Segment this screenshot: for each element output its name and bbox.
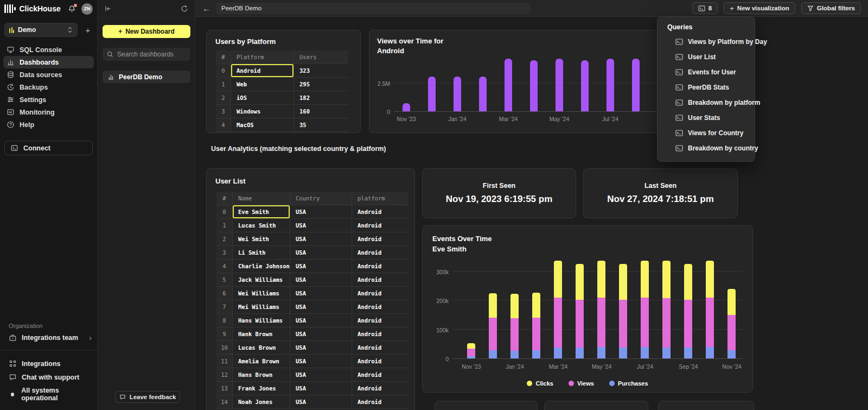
table-cell[interactable]: Android [352,205,408,218]
bar-Dec '23[interactable] [428,77,436,111]
table-cell[interactable]: 0 [216,205,233,218]
stacked-bar-Oct '24[interactable] [706,261,714,358]
new-dashboard-button[interactable]: + New Dashboard [103,25,190,38]
table-cell[interactable]: 6 [216,287,233,300]
sidebar-item-settings[interactable]: Settings [3,93,94,106]
table-cell[interactable]: 2 [216,232,233,245]
queries-menu-item[interactable]: PeerDB Stats [658,80,755,95]
add-service-button[interactable]: + [83,26,93,35]
table-cell[interactable]: Lucas Brown [233,341,290,354]
stacked-bar-Jul '24[interactable] [641,261,649,358]
table-cell[interactable]: Android [352,273,408,286]
bar-Mar '24[interactable] [505,59,512,111]
queries-menu-item[interactable]: Events for User [658,65,755,80]
sidebar-item-dashboards[interactable]: Dashboards [3,56,94,68]
table-cell[interactable]: 10 [216,341,233,354]
table-cell[interactable]: USA [290,232,352,245]
legend-item-clicks[interactable]: Clicks [527,380,553,387]
table-cell[interactable]: Android [352,382,408,395]
table-cell[interactable]: 160 [294,105,348,118]
connect-button[interactable]: Connect [4,141,93,155]
stacked-bar-Mar '24[interactable] [554,261,562,358]
queries-count-button[interactable]: 8 [692,2,718,14]
table-cell[interactable]: USA [290,246,352,259]
stacked-bar-Nov '24[interactable] [727,289,736,358]
sidebar-item-backups[interactable]: Backups [3,81,94,93]
table-cell[interactable]: Hank Brown [233,327,290,340]
table-cell[interactable]: USA [290,273,352,286]
bar-Feb '24[interactable] [479,77,487,111]
table-cell[interactable]: USA [290,300,352,313]
table-cell[interactable]: Eve Smith [233,205,290,218]
table-cell[interactable]: Lucas Smith [233,219,290,232]
avatar[interactable]: ZN [81,3,93,15]
new-visualization-button[interactable]: + New visualization [724,2,795,14]
table-cell[interactable]: 8 [216,314,233,327]
table-cell[interactable]: 295 [294,78,348,91]
sidebar-item-monitoring[interactable]: Monitoring [3,106,94,118]
table-cell[interactable]: Windows [231,105,294,118]
queries-menu-item[interactable]: User List [658,49,755,65]
table-cell[interactable]: Android [231,64,294,77]
table-cell[interactable]: Noah Jones [233,395,290,408]
table-cell[interactable]: USA [290,260,352,273]
back-arrow-icon[interactable]: ← [202,4,210,12]
table-cell[interactable]: Mei Williams [233,300,290,313]
table-cell[interactable]: 14 [216,395,233,408]
table-cell[interactable]: 3 [216,246,233,259]
table-cell[interactable]: Android [352,395,408,408]
bar-Jun '24[interactable] [581,60,589,111]
table-cell[interactable]: Android [352,287,408,300]
table-cell[interactable]: Li Smith [233,246,290,259]
bar-Aug '24[interactable] [632,59,640,111]
queries-menu-item[interactable]: Breakdown by platform [658,95,755,110]
stacked-bar-Aug '24[interactable] [662,261,671,358]
service-selector[interactable]: Demo [4,23,78,37]
stacked-bar-Apr '24[interactable] [576,264,584,358]
table-cell[interactable]: Charlie Johnson [233,260,290,273]
table-cell[interactable]: Hans Brown [233,368,290,381]
table-cell[interactable]: 13 [216,382,233,395]
table-cell[interactable]: Android [352,300,408,313]
sidebar-item-help[interactable]: Help [3,118,94,131]
sidebar-item-data-sources[interactable]: Data sources [3,68,94,81]
queries-menu-item[interactable]: User Stats [658,110,755,125]
table-cell[interactable]: 0 [216,64,231,77]
table-cell[interactable]: Wei Smith [233,232,290,245]
table-cell[interactable]: 3 [216,105,231,118]
table-cell[interactable]: USA [290,355,352,368]
stacked-bar-Nov '23[interactable] [467,343,475,358]
bar-Nov '23[interactable] [403,103,410,111]
table-cell[interactable]: USA [290,395,352,408]
table-cell[interactable]: Frank Jones [233,382,290,395]
footer-item-integrations[interactable]: Integrations [0,357,97,370]
table-cell[interactable]: USA [290,287,352,300]
table-cell[interactable]: USA [290,205,352,218]
dashboard-title-input[interactable] [216,3,530,14]
table-cell[interactable]: USA [290,219,352,232]
table-cell[interactable]: Android [352,260,408,273]
table-cell[interactable]: USA [290,341,352,354]
queries-menu-item[interactable]: Breakdown by country [658,141,755,156]
table-cell[interactable]: 12 [216,368,233,381]
leave-feedback-button[interactable]: Leave feedback [115,391,180,403]
stacked-bar-Jun '24[interactable] [619,264,627,358]
stacked-bar-Feb '24[interactable] [532,293,540,358]
bar-Apr '24[interactable] [530,60,538,111]
table-cell[interactable]: iOS [231,91,294,104]
table-cell[interactable]: 1 [216,78,231,91]
queries-menu-item[interactable]: Views for Country [658,125,755,141]
bar-May '24[interactable] [556,59,563,111]
table-cell[interactable]: 35 [294,118,348,131]
footer-item-system-status[interactable]: All systems operational [0,384,97,405]
dashboard-list-item[interactable]: PeerDB Demo [103,71,190,83]
legend-item-views[interactable]: Views [569,380,594,387]
organization-team-selector[interactable]: Integrations team › [0,333,97,350]
table-cell[interactable]: 9 [216,327,233,340]
table-cell[interactable]: 323 [294,64,348,77]
stacked-bar-May '24[interactable] [597,261,605,358]
bar-Jul '24[interactable] [607,59,614,111]
table-cell[interactable]: Jack Williams [233,273,290,286]
notifications-bell-icon[interactable] [68,5,76,13]
table-cell[interactable]: 1 [216,219,233,232]
